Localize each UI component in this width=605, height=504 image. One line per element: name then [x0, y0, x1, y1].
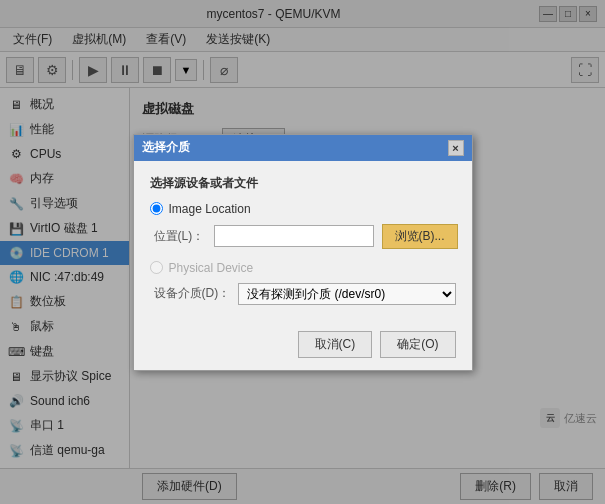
- physical-device-label: Physical Device: [169, 261, 254, 275]
- modal-dialog: 选择介质 × 选择源设备或者文件 Image Location 位置(L)： 浏…: [133, 134, 473, 371]
- browse-button[interactable]: 浏览(B)...: [382, 224, 458, 249]
- modal-body: 选择源设备或者文件 Image Location 位置(L)： 浏览(B)...…: [134, 161, 472, 331]
- image-location-label: Image Location: [169, 202, 251, 216]
- modal-section-title: 选择源设备或者文件: [150, 175, 456, 192]
- modal-close-button[interactable]: ×: [448, 140, 464, 156]
- physical-device-radio[interactable]: [150, 261, 163, 274]
- image-location-row: Image Location: [150, 202, 456, 216]
- modal-title: 选择介质: [142, 139, 190, 156]
- device-quality-row: 设备介质(D)： 没有探测到介质 (/dev/sr0): [154, 283, 456, 305]
- modal-footer: 取消(C) 确定(O): [134, 331, 472, 370]
- location-row: 位置(L)： 浏览(B)...: [154, 224, 456, 249]
- image-location-radio[interactable]: [150, 202, 163, 215]
- device-quality-label: 设备介质(D)：: [154, 285, 231, 302]
- modal-title-bar: 选择介质 ×: [134, 135, 472, 161]
- device-quality-select[interactable]: 没有探测到介质 (/dev/sr0): [238, 283, 455, 305]
- location-input[interactable]: [214, 225, 374, 247]
- physical-device-row: Physical Device: [150, 261, 456, 275]
- modal-overlay: 选择介质 × 选择源设备或者文件 Image Location 位置(L)： 浏…: [0, 0, 605, 504]
- modal-confirm-button[interactable]: 确定(O): [380, 331, 455, 358]
- position-label: 位置(L)：: [154, 228, 206, 245]
- modal-cancel-button[interactable]: 取消(C): [298, 331, 373, 358]
